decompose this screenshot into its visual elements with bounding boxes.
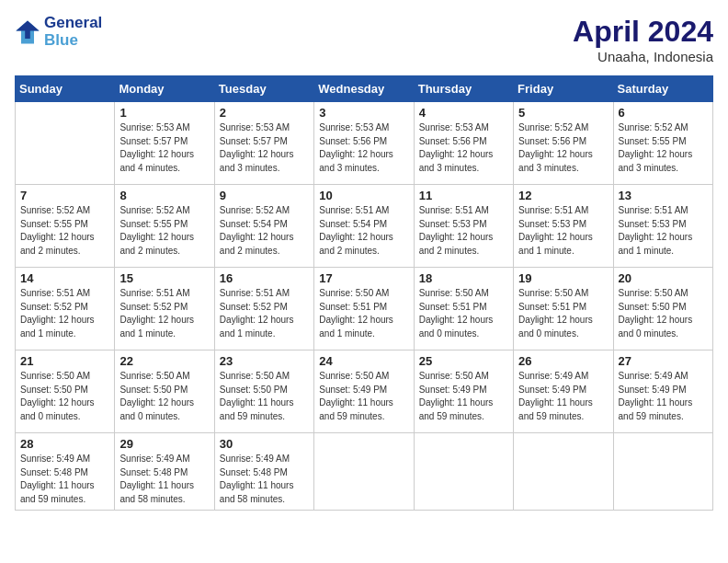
calendar-week-5: 28Sunrise: 5:49 AMSunset: 5:48 PMDayligh… bbox=[16, 433, 713, 511]
day-info: Sunrise: 5:49 AMSunset: 5:48 PMDaylight:… bbox=[20, 453, 109, 506]
day-number: 24 bbox=[319, 354, 408, 368]
logo-icon bbox=[15, 19, 40, 45]
calendar-cell: 8Sunrise: 5:52 AMSunset: 5:55 PMDaylight… bbox=[115, 185, 214, 268]
day-number: 29 bbox=[119, 437, 209, 451]
calendar-cell: 16Sunrise: 5:51 AMSunset: 5:52 PMDayligh… bbox=[214, 268, 313, 350]
calendar-cell: 24Sunrise: 5:50 AMSunset: 5:49 PMDayligh… bbox=[314, 350, 414, 433]
day-number: 4 bbox=[419, 106, 508, 120]
calendar-cell: 12Sunrise: 5:51 AMSunset: 5:53 PMDayligh… bbox=[514, 185, 613, 268]
calendar-week-4: 21Sunrise: 5:50 AMSunset: 5:50 PMDayligh… bbox=[16, 350, 713, 433]
day-number: 23 bbox=[220, 354, 309, 368]
day-number: 17 bbox=[319, 271, 408, 285]
day-number: 22 bbox=[119, 354, 209, 368]
day-info: Sunrise: 5:51 AMSunset: 5:53 PMDaylight:… bbox=[619, 204, 708, 258]
weekday-header-monday: Monday bbox=[115, 76, 214, 102]
day-number: 9 bbox=[220, 189, 309, 202]
day-info: Sunrise: 5:50 AMSunset: 5:50 PMDaylight:… bbox=[20, 370, 109, 423]
calendar-week-1: 1Sunrise: 5:53 AMSunset: 5:57 PMDaylight… bbox=[16, 102, 713, 185]
logo: General Blue bbox=[15, 15, 102, 49]
calendar-cell: 18Sunrise: 5:50 AMSunset: 5:51 PMDayligh… bbox=[414, 268, 513, 350]
calendar-cell bbox=[514, 433, 613, 511]
day-number: 11 bbox=[419, 189, 508, 202]
calendar-cell bbox=[414, 433, 513, 511]
weekday-header-saturday: Saturday bbox=[613, 76, 712, 102]
calendar-cell: 19Sunrise: 5:50 AMSunset: 5:51 PMDayligh… bbox=[514, 268, 613, 350]
day-number: 10 bbox=[319, 189, 408, 202]
day-info: Sunrise: 5:53 AMSunset: 5:56 PMDaylight:… bbox=[419, 121, 508, 175]
day-number: 6 bbox=[619, 106, 708, 120]
weekday-header-friday: Friday bbox=[514, 76, 613, 102]
logo-text: General Blue bbox=[44, 15, 102, 49]
calendar-cell: 29Sunrise: 5:49 AMSunset: 5:48 PMDayligh… bbox=[115, 433, 214, 511]
day-number: 14 bbox=[20, 271, 109, 285]
day-number: 8 bbox=[119, 189, 209, 202]
day-number: 28 bbox=[20, 437, 109, 451]
calendar-cell: 6Sunrise: 5:52 AMSunset: 5:55 PMDaylight… bbox=[613, 102, 712, 185]
calendar-week-3: 14Sunrise: 5:51 AMSunset: 5:52 PMDayligh… bbox=[16, 268, 713, 350]
subtitle: Unaaha, Indonesia bbox=[573, 49, 713, 64]
day-info: Sunrise: 5:51 AMSunset: 5:53 PMDaylight:… bbox=[419, 204, 508, 258]
day-info: Sunrise: 5:50 AMSunset: 5:51 PMDaylight:… bbox=[518, 287, 608, 340]
calendar-cell: 7Sunrise: 5:52 AMSunset: 5:55 PMDaylight… bbox=[16, 185, 115, 268]
day-info: Sunrise: 5:51 AMSunset: 5:52 PMDaylight:… bbox=[220, 287, 309, 340]
day-info: Sunrise: 5:52 AMSunset: 5:55 PMDaylight:… bbox=[619, 121, 708, 175]
day-number: 5 bbox=[518, 106, 608, 120]
day-number: 25 bbox=[419, 354, 508, 368]
calendar-cell bbox=[314, 433, 414, 511]
calendar-cell: 30Sunrise: 5:49 AMSunset: 5:48 PMDayligh… bbox=[214, 433, 313, 511]
day-info: Sunrise: 5:50 AMSunset: 5:51 PMDaylight:… bbox=[419, 287, 508, 340]
calendar-cell: 22Sunrise: 5:50 AMSunset: 5:50 PMDayligh… bbox=[115, 350, 214, 433]
day-info: Sunrise: 5:51 AMSunset: 5:52 PMDaylight:… bbox=[20, 287, 109, 340]
day-number: 2 bbox=[220, 106, 309, 120]
calendar-cell: 26Sunrise: 5:49 AMSunset: 5:49 PMDayligh… bbox=[514, 350, 613, 433]
calendar-cell: 1Sunrise: 5:53 AMSunset: 5:57 PMDaylight… bbox=[115, 102, 214, 185]
weekday-header-sunday: Sunday bbox=[16, 76, 115, 102]
day-info: Sunrise: 5:49 AMSunset: 5:48 PMDaylight:… bbox=[220, 453, 309, 506]
calendar-cell: 11Sunrise: 5:51 AMSunset: 5:53 PMDayligh… bbox=[414, 185, 513, 268]
calendar-week-2: 7Sunrise: 5:52 AMSunset: 5:55 PMDaylight… bbox=[16, 185, 713, 268]
day-number: 13 bbox=[619, 189, 708, 202]
day-info: Sunrise: 5:53 AMSunset: 5:56 PMDaylight:… bbox=[319, 121, 408, 175]
day-number: 3 bbox=[319, 106, 408, 120]
calendar-cell: 4Sunrise: 5:53 AMSunset: 5:56 PMDaylight… bbox=[414, 102, 513, 185]
day-number: 15 bbox=[119, 271, 209, 285]
day-info: Sunrise: 5:53 AMSunset: 5:57 PMDaylight:… bbox=[220, 121, 309, 175]
day-info: Sunrise: 5:50 AMSunset: 5:50 PMDaylight:… bbox=[619, 287, 708, 340]
day-info: Sunrise: 5:49 AMSunset: 5:48 PMDaylight:… bbox=[119, 453, 209, 506]
day-info: Sunrise: 5:53 AMSunset: 5:57 PMDaylight:… bbox=[119, 121, 209, 175]
day-info: Sunrise: 5:50 AMSunset: 5:49 PMDaylight:… bbox=[319, 370, 408, 423]
day-number: 1 bbox=[119, 106, 209, 120]
day-number: 27 bbox=[619, 354, 708, 368]
weekday-header-tuesday: Tuesday bbox=[214, 76, 313, 102]
calendar-cell: 25Sunrise: 5:50 AMSunset: 5:49 PMDayligh… bbox=[414, 350, 513, 433]
calendar-cell: 17Sunrise: 5:50 AMSunset: 5:51 PMDayligh… bbox=[314, 268, 414, 350]
day-info: Sunrise: 5:49 AMSunset: 5:49 PMDaylight:… bbox=[518, 370, 608, 423]
svg-marker-1 bbox=[16, 20, 39, 39]
day-number: 21 bbox=[20, 354, 109, 368]
day-info: Sunrise: 5:50 AMSunset: 5:50 PMDaylight:… bbox=[220, 370, 309, 423]
day-info: Sunrise: 5:50 AMSunset: 5:49 PMDaylight:… bbox=[419, 370, 508, 423]
day-info: Sunrise: 5:51 AMSunset: 5:53 PMDaylight:… bbox=[518, 204, 608, 258]
day-info: Sunrise: 5:52 AMSunset: 5:55 PMDaylight:… bbox=[119, 204, 209, 258]
calendar-cell: 21Sunrise: 5:50 AMSunset: 5:50 PMDayligh… bbox=[16, 350, 115, 433]
calendar-cell: 14Sunrise: 5:51 AMSunset: 5:52 PMDayligh… bbox=[16, 268, 115, 350]
day-info: Sunrise: 5:51 AMSunset: 5:54 PMDaylight:… bbox=[319, 204, 408, 258]
day-info: Sunrise: 5:50 AMSunset: 5:50 PMDaylight:… bbox=[119, 370, 209, 423]
calendar-cell bbox=[16, 102, 115, 185]
day-info: Sunrise: 5:51 AMSunset: 5:52 PMDaylight:… bbox=[119, 287, 209, 340]
day-number: 19 bbox=[518, 271, 608, 285]
day-number: 30 bbox=[220, 437, 309, 451]
calendar-cell: 15Sunrise: 5:51 AMSunset: 5:52 PMDayligh… bbox=[115, 268, 214, 350]
day-number: 16 bbox=[220, 271, 309, 285]
weekday-header-thursday: Thursday bbox=[414, 76, 513, 102]
day-info: Sunrise: 5:52 AMSunset: 5:55 PMDaylight:… bbox=[20, 204, 109, 258]
page-header: General Blue April 2024 Unaaha, Indonesi… bbox=[15, 15, 713, 64]
day-number: 18 bbox=[419, 271, 508, 285]
calendar-cell: 28Sunrise: 5:49 AMSunset: 5:48 PMDayligh… bbox=[16, 433, 115, 511]
day-info: Sunrise: 5:52 AMSunset: 5:56 PMDaylight:… bbox=[518, 121, 608, 175]
weekday-header-wednesday: Wednesday bbox=[314, 76, 414, 102]
title-block: April 2024 Unaaha, Indonesia bbox=[573, 15, 713, 64]
day-info: Sunrise: 5:50 AMSunset: 5:51 PMDaylight:… bbox=[319, 287, 408, 340]
day-info: Sunrise: 5:49 AMSunset: 5:49 PMDaylight:… bbox=[619, 370, 708, 423]
weekday-header-row: SundayMondayTuesdayWednesdayThursdayFrid… bbox=[16, 76, 713, 102]
